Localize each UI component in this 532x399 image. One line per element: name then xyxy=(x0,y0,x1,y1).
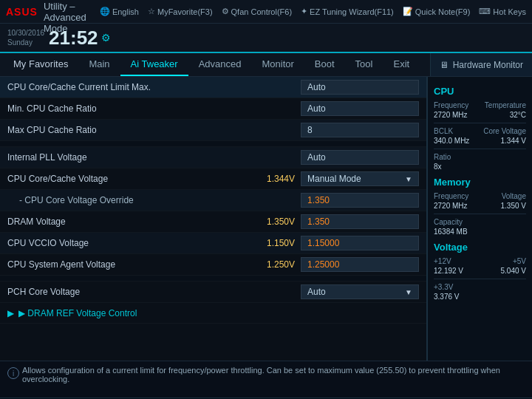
myfavorite-button[interactable]: ☆ MyFavorite(F3) xyxy=(148,7,213,16)
note-icon: 📝 xyxy=(403,7,413,16)
hw-mem-cap-value: 16384 MB xyxy=(434,228,468,236)
hw-ratio-val-row: 8x xyxy=(434,163,526,171)
tab-exit[interactable]: Exit xyxy=(383,53,420,76)
setting-value-cpu-voltage-override[interactable]: 1.350 xyxy=(301,193,419,208)
qfan-button[interactable]: ⚙ Qfan Control(F6) xyxy=(222,7,293,16)
spacer-2 xyxy=(0,276,426,282)
tab-monitor-label: Monitor xyxy=(262,58,294,69)
language-icon: 🌐 xyxy=(100,7,110,16)
setting-dropdown-cpu-voltage[interactable]: Manual Mode ▼ xyxy=(301,171,419,186)
setting-value-left-cpu-voltage: 1.344V xyxy=(258,174,295,184)
quicknote-label: Quick Note(F9) xyxy=(415,7,471,16)
tab-ai-tweaker-label: Ai Tweaker xyxy=(131,58,178,69)
hw-v12-value: 12.192 V xyxy=(434,267,463,275)
hw-voltage-title: Voltage xyxy=(434,242,526,253)
info-bar: i Allows configuration of a current limi… xyxy=(0,361,532,398)
info-icon: i xyxy=(7,367,19,379)
spacer-1 xyxy=(0,141,426,147)
top-bar-icons: 🌐 English ☆ MyFavorite(F3) ⚙ Qfan Contro… xyxy=(100,7,526,16)
hw-v5-value: 5.040 V xyxy=(501,267,526,275)
hw-mem-freq-value: 2720 MHz xyxy=(434,202,468,210)
tab-my-favorites[interactable]: My Favorites xyxy=(3,53,78,76)
language-label: English xyxy=(112,7,139,16)
setting-row-dram-voltage[interactable]: DRAM Voltage 1.350V 1.350 xyxy=(0,211,426,233)
hw-bclk-value: 340.0 MHz xyxy=(434,137,469,145)
star-icon: ☆ xyxy=(148,7,155,16)
top-bar: ASUS UEFI BIOS Utility – Advanced Mode 🌐… xyxy=(0,0,532,24)
myfavorite-label: MyFavorite(F3) xyxy=(157,7,213,16)
setting-value-dram-voltage[interactable]: 1.350 xyxy=(301,214,419,229)
setting-row-min-cpu-cache[interactable]: Min. CPU Cache Ratio Auto xyxy=(0,98,426,120)
hw-cpu-freq-value: 2720 MHz xyxy=(434,111,468,119)
eztuning-label: EZ Tuning Wizard(F11) xyxy=(310,7,394,16)
dram-ref-voltage-expand[interactable]: ▶ ▶ DRAM REF Voltage Control xyxy=(0,303,426,324)
fan-icon: ⚙ xyxy=(222,7,229,16)
setting-row-cpu-sys-agent[interactable]: CPU System Agent Voltage 1.250V 1.25000 xyxy=(0,254,426,276)
hw-cpu-title: CPU xyxy=(434,86,526,97)
setting-label-internal-pll: Internal PLL Voltage xyxy=(7,152,301,163)
setting-row-cpu-voltage-override[interactable]: - CPU Core Voltage Override 1.350 xyxy=(0,190,426,211)
hw-core-voltage-label: Core Voltage xyxy=(483,127,526,135)
tab-monitor[interactable]: Monitor xyxy=(252,53,304,76)
setting-value-left-cpu-sys-agent: 1.250V xyxy=(258,259,295,270)
hw-core-voltage-value: 1.344 V xyxy=(501,137,526,145)
setting-row-max-cpu-cache[interactable]: Max CPU Cache Ratio 8 xyxy=(0,120,426,141)
setting-value-cpu-vccio[interactable]: 1.15000 xyxy=(301,236,419,250)
hotkeys-label: Hot Keys xyxy=(493,7,526,16)
setting-row-cpu-voltage[interactable]: CPU Core/Cache Voltage 1.344V Manual Mod… xyxy=(0,168,426,190)
hotkeys-button[interactable]: ⌨ Hot Keys xyxy=(479,7,526,16)
hw-memory-title: Memory xyxy=(434,177,526,188)
hw-ratio-label: Ratio xyxy=(434,153,451,161)
tab-main-label: Main xyxy=(89,58,109,69)
setting-value-cpu-sys-agent[interactable]: 1.25000 xyxy=(301,257,419,272)
tab-tool[interactable]: Tool xyxy=(345,53,383,76)
setting-value-internal-pll[interactable]: Auto xyxy=(301,150,419,165)
setting-value-min-cpu-cache[interactable]: Auto xyxy=(301,101,419,116)
hw-v33-label-row: +3.3V xyxy=(434,283,526,291)
tab-my-favorites-label: My Favorites xyxy=(13,58,68,69)
setting-value-max-cpu-cache[interactable]: 8 xyxy=(301,123,419,137)
date-line1: 10/30/2016 xyxy=(7,28,44,38)
tab-boot-label: Boot xyxy=(315,58,335,69)
setting-row-pch-core[interactable]: PCH Core Voltage Auto ▼ xyxy=(0,282,426,303)
language-selector[interactable]: 🌐 English xyxy=(100,7,139,16)
setting-label-min-cpu-cache: Min. CPU Cache Ratio xyxy=(7,103,301,114)
tab-advanced[interactable]: Advanced xyxy=(188,53,252,76)
hw-monitor-tab[interactable]: 🖥 Hardware Monitor xyxy=(430,53,532,76)
hw-cpu-freq-val-row: 2720 MHz 32°C xyxy=(434,111,526,119)
tab-boot[interactable]: Boot xyxy=(304,53,345,76)
tab-ai-tweaker[interactable]: Ai Tweaker xyxy=(120,53,188,76)
hw-v33-val-row: 3.376 V xyxy=(434,293,526,301)
tab-main[interactable]: Main xyxy=(78,53,120,76)
setting-row-cpu-vccio[interactable]: CPU VCCIO Voltage 1.150V 1.15000 xyxy=(0,233,426,254)
eztuning-button[interactable]: ✦ EZ Tuning Wizard(F11) xyxy=(301,7,394,16)
setting-row-internal-pll[interactable]: Internal PLL Voltage Auto xyxy=(0,147,426,168)
setting-label-cpu-vccio: CPU VCCIO Voltage xyxy=(7,238,258,248)
setting-row-cpu-current-limit[interactable]: CPU Core/Cache Current Limit Max. Auto xyxy=(0,77,426,98)
setting-value-left-cpu-vccio: 1.150V xyxy=(258,238,295,248)
hw-mem-cap-val-row: 16384 MB xyxy=(434,228,526,236)
hw-mem-cap-label: Capacity xyxy=(434,218,463,226)
quicknote-button[interactable]: 📝 Quick Note(F9) xyxy=(403,7,471,16)
setting-label-cpu-current-limit: CPU Core/Cache Current Limit Max. xyxy=(7,82,301,92)
time-display: 21:52 xyxy=(49,27,98,50)
wand-icon: ✦ xyxy=(301,7,307,16)
setting-dropdown-pch-core[interactable]: Auto ▼ xyxy=(301,284,419,299)
hw-v12-label: +12V xyxy=(434,257,451,265)
expand-icon: ▶ xyxy=(7,308,14,318)
nav-bar: My Favorites Main Ai Tweaker Advanced Mo… xyxy=(0,53,532,77)
setting-label-cpu-sys-agent: CPU System Agent Voltage xyxy=(7,259,258,270)
setting-label-max-cpu-cache: Max CPU Cache Ratio xyxy=(7,125,301,135)
hw-v12-label-row: +12V +5V xyxy=(434,257,526,265)
time-settings-icon[interactable]: ⚙ xyxy=(101,32,111,44)
hw-mem-freq-label: Frequency xyxy=(434,192,468,200)
hw-divider-1 xyxy=(434,123,526,123)
settings-panel[interactable]: CPU Core/Cache Current Limit Max. Auto M… xyxy=(0,77,427,361)
date-display: 10/30/2016 Sunday xyxy=(7,28,44,47)
setting-label-cpu-voltage-override: - CPU Core Voltage Override xyxy=(7,195,301,205)
dram-ref-voltage-label: ▶ DRAM REF Voltage Control xyxy=(18,308,137,318)
hw-v33-label: +3.3V xyxy=(434,283,453,291)
setting-dropdown-cpu-voltage-text: Manual Mode xyxy=(307,174,361,184)
dropdown-arrow-cpu-voltage: ▼ xyxy=(405,175,412,183)
setting-value-cpu-current-limit[interactable]: Auto xyxy=(301,80,419,95)
